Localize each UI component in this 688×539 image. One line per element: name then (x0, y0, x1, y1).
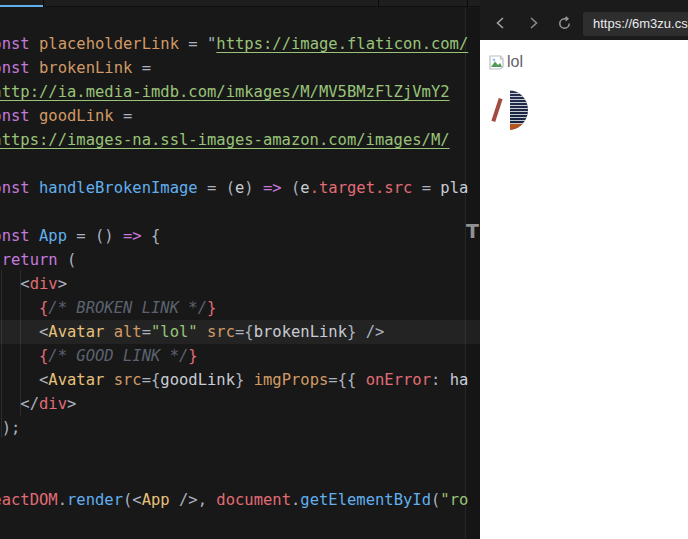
code-line[interactable]: ); (0, 416, 480, 440)
tab-divider (467, 0, 468, 7)
editor-pane: const placeholderLink = "https://image.f… (0, 0, 480, 539)
broken-image-icon (488, 54, 505, 71)
code-line[interactable]: <Avatar src={goodLink} imgProps={{ onErr… (0, 368, 480, 392)
code-line[interactable]: const placeholderLink = "https://image.f… (0, 32, 480, 56)
refresh-icon (557, 16, 572, 31)
overlay-t-glyph: T (466, 220, 479, 242)
forward-button[interactable] (524, 16, 542, 32)
code-line[interactable]: return ( (0, 248, 480, 272)
back-button[interactable] (492, 16, 510, 32)
broken-avatar: lol (488, 53, 523, 71)
browser-toolbar: https://6m3zu.cs (480, 0, 688, 40)
code-line[interactable]: {/* BROKEN LINK */} (0, 296, 480, 320)
code-line[interactable] (0, 8, 480, 32)
code-line[interactable]: <div> (0, 272, 480, 296)
code-line[interactable]: 'https://images-na.ssl-images-amazon.com… (0, 128, 480, 152)
refresh-button[interactable] (555, 16, 573, 32)
avatar-image-right-region (510, 90, 528, 130)
code-area[interactable]: const placeholderLink = "https://image.f… (0, 8, 480, 512)
code-line[interactable]: <Avatar alt="lol" src={brokenLink} /> (0, 320, 480, 344)
code-line[interactable] (0, 152, 480, 176)
browser-preview-pane: https://6m3zu.cs lol (480, 0, 688, 539)
tab-divider (43, 0, 44, 7)
code-line[interactable]: </div> (0, 392, 480, 416)
code-line[interactable]: {/* GOOD LINK */} (0, 344, 480, 368)
code-line[interactable]: const App = () => { (0, 224, 480, 248)
code-line[interactable]: const goodLink = (0, 104, 480, 128)
code-line[interactable]: }; (0, 440, 480, 464)
chevron-left-icon (494, 16, 508, 30)
code-line[interactable] (0, 464, 480, 488)
editor-tab-bar[interactable] (0, 0, 480, 7)
chevron-right-icon (526, 16, 540, 30)
avatar-alt-text: lol (507, 53, 523, 71)
code-line[interactable]: const brokenLink = (0, 56, 480, 80)
preview-page: lol (480, 40, 688, 539)
tab-divider (378, 0, 379, 7)
code-line[interactable]: ReactDOM.render(<App />, document.getEle… (0, 488, 480, 512)
code-line[interactable] (0, 200, 480, 224)
url-input[interactable]: https://6m3zu.cs (583, 12, 688, 36)
code-line[interactable]: const handleBrokenImage = (e) => (e.targ… (0, 176, 480, 200)
active-tab-underline (0, 5, 43, 7)
avatar-image (488, 90, 528, 130)
code-line[interactable]: 'http://ia.media-imdb.com/imkages/M/MV5B… (0, 80, 480, 104)
